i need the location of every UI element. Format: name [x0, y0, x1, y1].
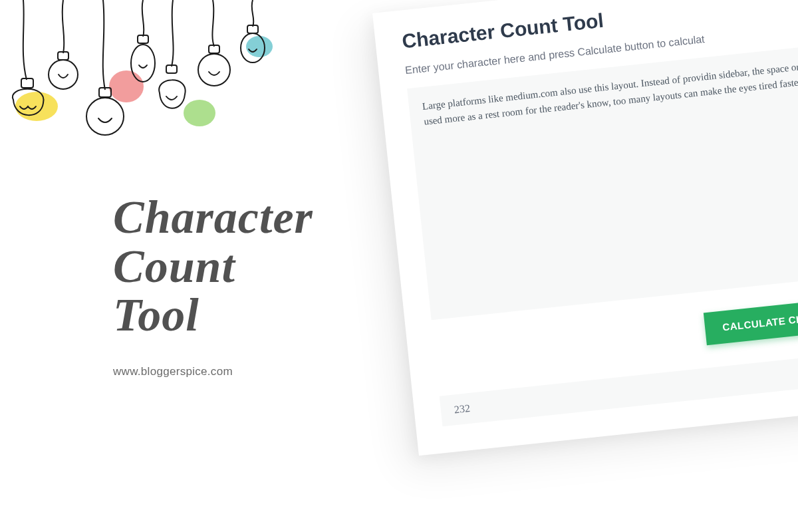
character-input-textarea[interactable] — [407, 40, 798, 320]
svg-point-13 — [198, 54, 230, 86]
svg-point-3 — [246, 36, 273, 57]
svg-rect-4 — [21, 78, 33, 88]
brand-title-line: Tool — [113, 289, 200, 340]
svg-point-8 — [86, 98, 124, 135]
lightbulbs-illustration — [0, 0, 293, 173]
svg-point-1 — [109, 70, 144, 102]
brand-block: Character Count Tool www.bloggerspice.co… — [113, 193, 313, 378]
brand-title: Character Count Tool — [113, 193, 313, 340]
brand-title-line: Character — [113, 192, 313, 243]
svg-point-2 — [184, 100, 215, 126]
brand-url: www.bloggerspice.com — [113, 365, 313, 378]
svg-point-6 — [49, 60, 78, 89]
brand-title-line: Count — [113, 241, 235, 292]
tool-panel: Character Count Tool Enter your characte… — [372, 0, 798, 456]
svg-point-10 — [131, 45, 155, 82]
calculate-characters-button[interactable]: CALCULATE CHARACTERS — [704, 295, 798, 345]
